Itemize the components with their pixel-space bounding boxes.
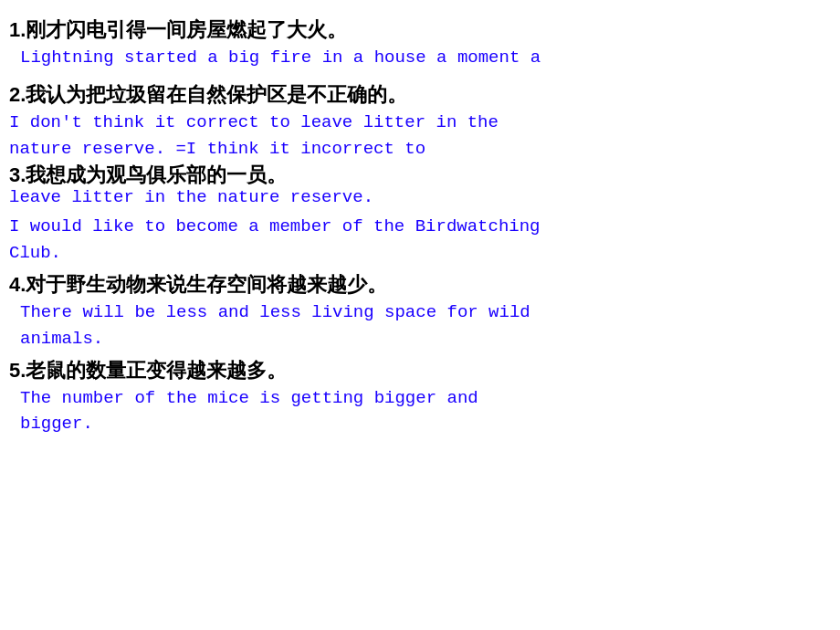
item-4-english-2: animals.	[9, 326, 831, 352]
item-3-english-1: I would like to become a member of the B…	[9, 214, 831, 240]
item-5-chinese: 5.老鼠的数量正变得越来越多。	[9, 357, 831, 385]
item-5-english-1: The number of the mice is getting bigger…	[9, 385, 831, 412]
item-4-chinese: 4.对于野生动物来说生存空间将越来越少。	[9, 271, 831, 299]
item-5-english-2: bigger.	[9, 411, 831, 437]
item-2-chinese: 2.我认为把垃圾留在自然保护区是不正确的。	[9, 81, 831, 110]
item-1: 1.刚才闪电引得一间房屋燃起了大火。 Lightning started a b…	[9, 16, 831, 70]
item-2-english-2: nature reserve. =I think it incorrect to	[9, 136, 831, 163]
item-1-english-1: Lightning started a big fire in a house …	[9, 45, 831, 71]
item-4: 4.对于野生动物来说生存空间将越来越少。 There will be less …	[9, 271, 831, 352]
item-5: 5.老鼠的数量正变得越来越多。 The number of the mice i…	[9, 357, 831, 437]
item-2: 2.我认为把垃圾留在自然保护区是不正确的。 I don't think it c…	[9, 81, 831, 210]
item-4-english-1: There will be less and less living space…	[9, 299, 831, 326]
main-content: 1.刚才闪电引得一间房屋燃起了大火。 Lightning started a b…	[9, 16, 831, 437]
item-1-chinese: 1.刚才闪电引得一间房屋燃起了大火。	[9, 16, 831, 45]
item-3: I would like to become a member of the B…	[9, 214, 831, 266]
item-3-chinese: 3.我想成为观鸟俱乐部的一员。	[9, 162, 831, 190]
item-3-english-2: Club.	[9, 240, 831, 267]
item-2-english-1: I don't think it correct to leave litter…	[9, 110, 831, 136]
